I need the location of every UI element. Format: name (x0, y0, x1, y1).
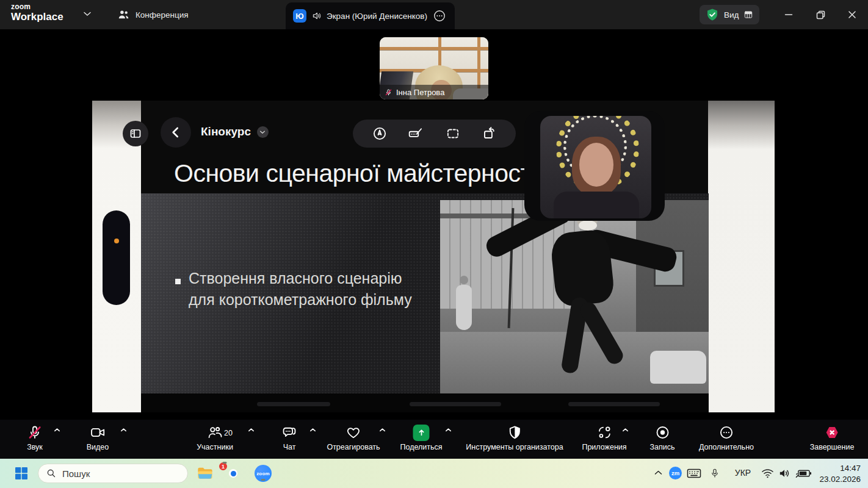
notebook-chevron-down-icon (257, 126, 269, 138)
meeting-stage: Інна Петрова Кінокурс (0, 29, 868, 420)
slide-photo-dancing-man (440, 200, 709, 393)
tab-options-ellipsis-icon[interactable] (433, 9, 446, 23)
heart-icon (345, 424, 361, 441)
lasso-selection-icon[interactable] (445, 126, 461, 142)
video-options-chevron[interactable] (120, 428, 127, 432)
taskbar-clock[interactable]: 14:47 23.02.2026 (819, 463, 861, 484)
host-tools-button[interactable]: Инструменты организатора (466, 424, 563, 451)
host-tools-label: Инструменты организатора (466, 443, 563, 451)
bullet-line-1: Створення власного сценарію (189, 268, 412, 289)
photo-man-torso (549, 228, 615, 307)
minimize-button[interactable] (773, 0, 805, 29)
tab-screen-label: Экран (Юрий Денисенков) (327, 12, 427, 21)
security-shield-check-icon (706, 8, 719, 21)
workspace-chevron-down-icon[interactable] (82, 10, 93, 18)
zoom-app-icon[interactable]: zoom (255, 465, 272, 482)
restore-button[interactable] (805, 0, 836, 29)
photo-bystander-head (460, 276, 468, 284)
bullet-line-2: для короткометражного фільму (189, 289, 412, 310)
notebook-back-button[interactable] (161, 117, 191, 148)
share-screen-label: Поделиться (400, 443, 442, 451)
react-button[interactable]: Отреагировать (327, 424, 380, 451)
bezel-key (257, 402, 330, 406)
search-placeholder: Пошук (62, 468, 90, 479)
camera-icon (90, 424, 106, 441)
presenter-avatar: Ю (293, 9, 306, 23)
photo-man-beard (579, 220, 597, 231)
more-button[interactable]: Дополнительно (699, 424, 754, 451)
slide-body: Створення власного сценарію для коротком… (141, 193, 709, 393)
window-controls (773, 0, 868, 29)
pip-video (540, 116, 651, 218)
rotate-page-icon[interactable] (481, 126, 497, 142)
clock-time: 14:47 (819, 463, 861, 474)
battery-charging-icon[interactable] (795, 468, 812, 479)
windows-taskbar: Пошук 1 zoom zm УКР (0, 459, 868, 488)
audio-label: Звук (27, 443, 43, 451)
react-options-chevron[interactable] (379, 428, 386, 432)
window-titlebar: zoom Workplace Конференция Ю Экран (Юрий… (0, 0, 868, 29)
logo-zoom-text: zoom (11, 3, 63, 10)
device-led-dot (114, 239, 119, 243)
apps-icon (596, 424, 612, 441)
meeting-controls-toolbar: Звук Видео Участники 20 (0, 420, 868, 459)
language-indicator[interactable]: УКР (731, 468, 754, 478)
shelf-board (380, 47, 488, 50)
audio-options-chevron[interactable] (54, 428, 60, 432)
touch-keyboard-icon[interactable] (687, 468, 701, 479)
tab-meeting[interactable]: Конференция (117, 0, 189, 29)
wifi-icon[interactable] (761, 468, 775, 479)
participants-button[interactable]: Участники 20 (197, 424, 233, 451)
record-icon (654, 424, 670, 441)
start-button[interactable] (15, 467, 28, 480)
logo-workplace-text: Workplace (11, 12, 63, 22)
presenter-shoulders (554, 192, 639, 218)
tray-zoom-icon[interactable]: zm (669, 467, 682, 479)
notebook-title-label: Кінокурс (201, 125, 251, 138)
mic-muted-icon (27, 424, 43, 441)
video-button[interactable]: Видео (87, 424, 109, 451)
tray-chevron-up-icon[interactable] (654, 469, 663, 476)
annotate-pen-icon[interactable] (408, 126, 425, 142)
photo-car (650, 351, 706, 384)
zoom-workplace-window: zoom Workplace Конференция Ю Экран (Юрий… (0, 0, 868, 488)
tray-mic-icon[interactable] (709, 467, 720, 480)
tablet-bottom-bezel (141, 393, 709, 412)
taskbar-search-box[interactable]: Пошук (38, 464, 188, 483)
apps-button[interactable]: Приложения (582, 424, 626, 451)
presenter-camera-pip[interactable] (524, 111, 665, 221)
chat-button[interactable]: Чат (281, 424, 298, 451)
react-label: Отреагировать (327, 443, 380, 451)
participant-video-thumbnail[interactable]: Інна Петрова (380, 37, 488, 99)
speaker-icon[interactable] (778, 467, 792, 479)
share-options-chevron[interactable] (445, 428, 452, 432)
notebook-title-dropdown[interactable]: Кінокурс (201, 125, 269, 138)
end-meeting-button[interactable]: Завершение (810, 424, 855, 451)
file-explorer-icon[interactable] (197, 465, 214, 482)
shared-screen: Кінокурс (92, 101, 775, 412)
video-label: Видео (87, 443, 109, 451)
apps-options-chevron[interactable] (622, 428, 629, 432)
notebook-sidebar-button[interactable] (123, 121, 148, 146)
record-button[interactable]: Запись (649, 424, 675, 451)
view-button[interactable]: Вид (700, 5, 759, 24)
shared-screen-right-margin (708, 101, 775, 412)
tab-screen-share[interactable]: Ю Экран (Юрий Денисенков) (286, 2, 455, 29)
device-silhouette (103, 210, 130, 305)
chat-options-chevron[interactable] (309, 428, 316, 432)
participants-icon (207, 424, 223, 441)
view-button-label: Вид (724, 10, 739, 20)
pen-compass-icon[interactable] (372, 126, 388, 142)
end-call-icon (823, 424, 840, 441)
record-label: Запись (649, 443, 675, 451)
participants-options-chevron[interactable] (248, 428, 255, 432)
share-screen-button[interactable]: Поделиться (400, 424, 442, 451)
participant-name-bar: Інна Петрова (380, 85, 488, 99)
close-button[interactable] (836, 0, 868, 29)
zoom-running-indicator (261, 479, 266, 481)
audio-button[interactable]: Звук (27, 424, 43, 451)
meeting-people-icon (117, 9, 130, 21)
participants-count: 20 (224, 429, 233, 437)
share-screen-icon (413, 424, 430, 441)
muted-mic-icon (385, 88, 392, 96)
